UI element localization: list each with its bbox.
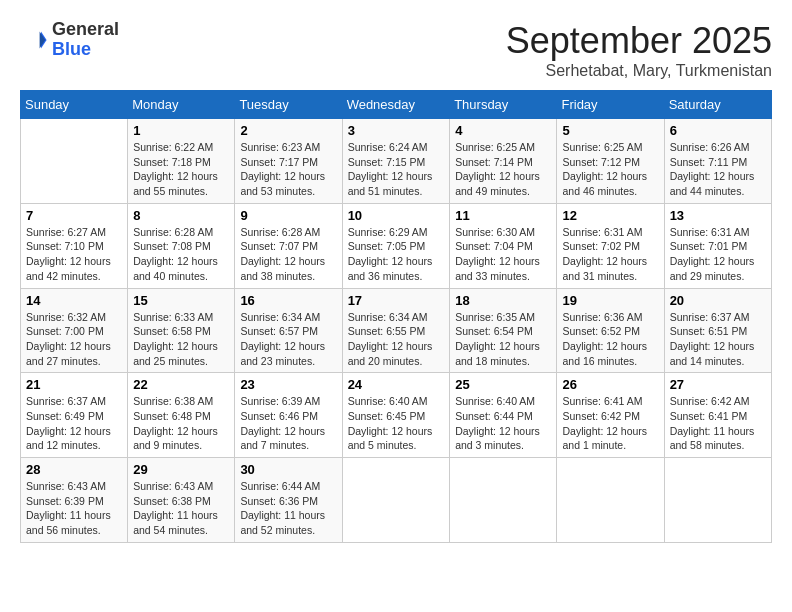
day-number: 27 (670, 377, 766, 392)
day-info: Sunrise: 6:22 AM Sunset: 7:18 PM Dayligh… (133, 140, 229, 199)
day-number: 10 (348, 208, 445, 223)
day-number: 30 (240, 462, 336, 477)
week-row-4: 21Sunrise: 6:37 AM Sunset: 6:49 PM Dayli… (21, 373, 772, 458)
day-number: 5 (562, 123, 658, 138)
calendar-body: 1Sunrise: 6:22 AM Sunset: 7:18 PM Daylig… (21, 119, 772, 543)
day-number: 4 (455, 123, 551, 138)
logo: General Blue (20, 20, 119, 60)
day-info: Sunrise: 6:33 AM Sunset: 6:58 PM Dayligh… (133, 310, 229, 369)
day-number: 28 (26, 462, 122, 477)
day-info: Sunrise: 6:42 AM Sunset: 6:41 PM Dayligh… (670, 394, 766, 453)
day-cell: 27Sunrise: 6:42 AM Sunset: 6:41 PM Dayli… (664, 373, 771, 458)
day-info: Sunrise: 6:41 AM Sunset: 6:42 PM Dayligh… (562, 394, 658, 453)
day-number: 24 (348, 377, 445, 392)
day-number: 3 (348, 123, 445, 138)
day-info: Sunrise: 6:35 AM Sunset: 6:54 PM Dayligh… (455, 310, 551, 369)
week-row-5: 28Sunrise: 6:43 AM Sunset: 6:39 PM Dayli… (21, 458, 772, 543)
day-info: Sunrise: 6:38 AM Sunset: 6:48 PM Dayligh… (133, 394, 229, 453)
day-info: Sunrise: 6:36 AM Sunset: 6:52 PM Dayligh… (562, 310, 658, 369)
day-info: Sunrise: 6:32 AM Sunset: 7:00 PM Dayligh… (26, 310, 122, 369)
day-cell: 18Sunrise: 6:35 AM Sunset: 6:54 PM Dayli… (450, 288, 557, 373)
day-info: Sunrise: 6:27 AM Sunset: 7:10 PM Dayligh… (26, 225, 122, 284)
day-number: 22 (133, 377, 229, 392)
day-cell (450, 458, 557, 543)
day-number: 7 (26, 208, 122, 223)
day-cell: 6Sunrise: 6:26 AM Sunset: 7:11 PM Daylig… (664, 119, 771, 204)
day-info: Sunrise: 6:40 AM Sunset: 6:44 PM Dayligh… (455, 394, 551, 453)
day-number: 6 (670, 123, 766, 138)
day-number: 12 (562, 208, 658, 223)
day-cell: 21Sunrise: 6:37 AM Sunset: 6:49 PM Dayli… (21, 373, 128, 458)
day-info: Sunrise: 6:43 AM Sunset: 6:38 PM Dayligh… (133, 479, 229, 538)
col-header-thursday: Thursday (450, 91, 557, 119)
day-number: 16 (240, 293, 336, 308)
day-cell: 8Sunrise: 6:28 AM Sunset: 7:08 PM Daylig… (128, 203, 235, 288)
day-cell: 26Sunrise: 6:41 AM Sunset: 6:42 PM Dayli… (557, 373, 664, 458)
day-info: Sunrise: 6:44 AM Sunset: 6:36 PM Dayligh… (240, 479, 336, 538)
day-cell: 17Sunrise: 6:34 AM Sunset: 6:55 PM Dayli… (342, 288, 450, 373)
day-info: Sunrise: 6:29 AM Sunset: 7:05 PM Dayligh… (348, 225, 445, 284)
logo-icon (20, 26, 48, 54)
day-cell: 29Sunrise: 6:43 AM Sunset: 6:38 PM Dayli… (128, 458, 235, 543)
day-number: 11 (455, 208, 551, 223)
day-info: Sunrise: 6:31 AM Sunset: 7:01 PM Dayligh… (670, 225, 766, 284)
day-cell: 23Sunrise: 6:39 AM Sunset: 6:46 PM Dayli… (235, 373, 342, 458)
logo-text: General Blue (52, 20, 119, 60)
day-info: Sunrise: 6:37 AM Sunset: 6:51 PM Dayligh… (670, 310, 766, 369)
day-cell: 24Sunrise: 6:40 AM Sunset: 6:45 PM Dayli… (342, 373, 450, 458)
day-info: Sunrise: 6:26 AM Sunset: 7:11 PM Dayligh… (670, 140, 766, 199)
day-cell: 15Sunrise: 6:33 AM Sunset: 6:58 PM Dayli… (128, 288, 235, 373)
day-info: Sunrise: 6:37 AM Sunset: 6:49 PM Dayligh… (26, 394, 122, 453)
day-info: Sunrise: 6:28 AM Sunset: 7:07 PM Dayligh… (240, 225, 336, 284)
day-number: 21 (26, 377, 122, 392)
day-number: 17 (348, 293, 445, 308)
day-cell: 7Sunrise: 6:27 AM Sunset: 7:10 PM Daylig… (21, 203, 128, 288)
day-number: 14 (26, 293, 122, 308)
header: General Blue September 2025 Serhetabat, … (20, 20, 772, 80)
day-info: Sunrise: 6:30 AM Sunset: 7:04 PM Dayligh… (455, 225, 551, 284)
day-info: Sunrise: 6:23 AM Sunset: 7:17 PM Dayligh… (240, 140, 336, 199)
day-info: Sunrise: 6:43 AM Sunset: 6:39 PM Dayligh… (26, 479, 122, 538)
logo-general-text: General (52, 19, 119, 39)
day-cell: 30Sunrise: 6:44 AM Sunset: 6:36 PM Dayli… (235, 458, 342, 543)
day-cell: 12Sunrise: 6:31 AM Sunset: 7:02 PM Dayli… (557, 203, 664, 288)
day-number: 9 (240, 208, 336, 223)
day-number: 2 (240, 123, 336, 138)
day-number: 29 (133, 462, 229, 477)
day-cell: 19Sunrise: 6:36 AM Sunset: 6:52 PM Dayli… (557, 288, 664, 373)
day-cell: 22Sunrise: 6:38 AM Sunset: 6:48 PM Dayli… (128, 373, 235, 458)
day-cell: 3Sunrise: 6:24 AM Sunset: 7:15 PM Daylig… (342, 119, 450, 204)
day-number: 8 (133, 208, 229, 223)
week-row-2: 7Sunrise: 6:27 AM Sunset: 7:10 PM Daylig… (21, 203, 772, 288)
day-number: 23 (240, 377, 336, 392)
day-cell: 14Sunrise: 6:32 AM Sunset: 7:00 PM Dayli… (21, 288, 128, 373)
day-cell (557, 458, 664, 543)
logo-blue-text: Blue (52, 39, 91, 59)
day-info: Sunrise: 6:25 AM Sunset: 7:14 PM Dayligh… (455, 140, 551, 199)
day-number: 26 (562, 377, 658, 392)
day-cell: 5Sunrise: 6:25 AM Sunset: 7:12 PM Daylig… (557, 119, 664, 204)
day-cell: 25Sunrise: 6:40 AM Sunset: 6:44 PM Dayli… (450, 373, 557, 458)
day-cell: 16Sunrise: 6:34 AM Sunset: 6:57 PM Dayli… (235, 288, 342, 373)
day-number: 19 (562, 293, 658, 308)
col-header-monday: Monday (128, 91, 235, 119)
day-cell (21, 119, 128, 204)
week-row-3: 14Sunrise: 6:32 AM Sunset: 7:00 PM Dayli… (21, 288, 772, 373)
day-info: Sunrise: 6:28 AM Sunset: 7:08 PM Dayligh… (133, 225, 229, 284)
day-info: Sunrise: 6:34 AM Sunset: 6:57 PM Dayligh… (240, 310, 336, 369)
day-number: 18 (455, 293, 551, 308)
day-cell: 2Sunrise: 6:23 AM Sunset: 7:17 PM Daylig… (235, 119, 342, 204)
location: Serhetabat, Mary, Turkmenistan (506, 62, 772, 80)
day-cell: 28Sunrise: 6:43 AM Sunset: 6:39 PM Dayli… (21, 458, 128, 543)
day-info: Sunrise: 6:34 AM Sunset: 6:55 PM Dayligh… (348, 310, 445, 369)
day-cell: 10Sunrise: 6:29 AM Sunset: 7:05 PM Dayli… (342, 203, 450, 288)
day-info: Sunrise: 6:24 AM Sunset: 7:15 PM Dayligh… (348, 140, 445, 199)
title-area: September 2025 Serhetabat, Mary, Turkmen… (506, 20, 772, 80)
day-cell: 1Sunrise: 6:22 AM Sunset: 7:18 PM Daylig… (128, 119, 235, 204)
col-header-saturday: Saturday (664, 91, 771, 119)
month-title: September 2025 (506, 20, 772, 62)
calendar-header-row: SundayMondayTuesdayWednesdayThursdayFrid… (21, 91, 772, 119)
day-cell (664, 458, 771, 543)
col-header-tuesday: Tuesday (235, 91, 342, 119)
calendar: SundayMondayTuesdayWednesdayThursdayFrid… (20, 90, 772, 543)
